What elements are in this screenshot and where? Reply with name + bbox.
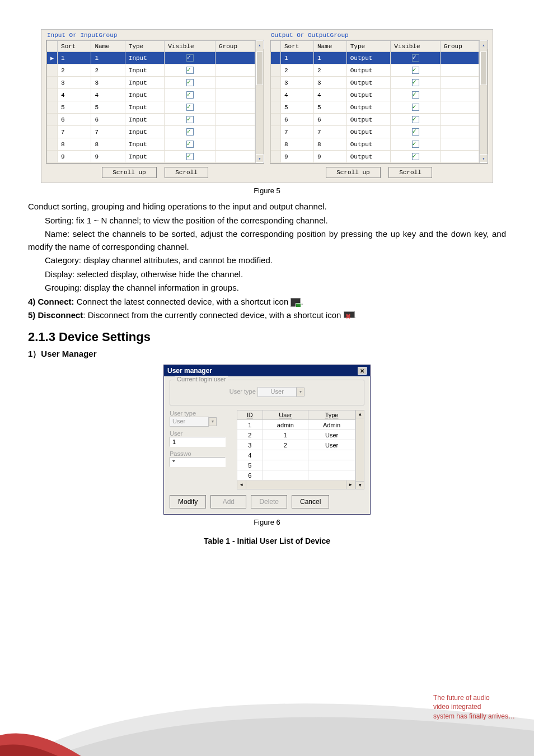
- cell-sort[interactable]: 8: [281, 138, 314, 151]
- cell-sort[interactable]: 2: [281, 64, 314, 77]
- row-indicator[interactable]: [47, 151, 58, 163]
- table-row[interactable]: 22Input: [47, 64, 255, 77]
- cell-user[interactable]: 1: [263, 430, 308, 440]
- col-visible[interactable]: Visible: [165, 41, 216, 52]
- scroll-right-arrow-icon[interactable]: ▸: [346, 480, 355, 489]
- row-indicator[interactable]: [271, 138, 281, 151]
- visible-checkbox[interactable]: [186, 54, 194, 62]
- cell-name[interactable]: 4: [313, 89, 346, 101]
- cell-id[interactable]: 1: [237, 420, 263, 430]
- table-row[interactable]: 77Input: [47, 126, 255, 138]
- cell-group[interactable]: [216, 89, 255, 101]
- output-scrollbar[interactable]: ▴ ▾: [479, 40, 488, 163]
- row-indicator[interactable]: ▶: [47, 52, 58, 64]
- visible-checkbox[interactable]: [412, 54, 419, 62]
- cell-user[interactable]: admin: [263, 420, 308, 430]
- visible-checkbox[interactable]: [412, 116, 419, 123]
- col-type-o[interactable]: Type: [346, 41, 391, 52]
- cell-id[interactable]: 5: [237, 460, 263, 470]
- row-indicator[interactable]: [271, 114, 281, 126]
- scroll-left-arrow-icon[interactable]: ◂: [237, 480, 246, 489]
- col-sort-o[interactable]: Sort: [281, 41, 314, 52]
- password-input[interactable]: *: [170, 457, 226, 467]
- cell-name[interactable]: 8: [313, 138, 346, 151]
- table-row[interactable]: 5: [237, 460, 355, 470]
- cell-sort[interactable]: 4: [281, 89, 314, 101]
- cell-user[interactable]: [263, 450, 308, 460]
- table-row[interactable]: 77Output: [271, 126, 479, 138]
- cell-group[interactable]: [440, 89, 479, 101]
- cell-visible[interactable]: [391, 101, 440, 114]
- cell-name[interactable]: 4: [91, 89, 125, 101]
- cell-type[interactable]: Output: [346, 126, 391, 138]
- cell-sort[interactable]: 7: [281, 126, 314, 138]
- col-sort[interactable]: Sort: [58, 41, 91, 52]
- cell-name[interactable]: 5: [91, 101, 125, 114]
- cell-group[interactable]: [440, 77, 479, 89]
- cell-sort[interactable]: 9: [281, 151, 314, 163]
- cell-user[interactable]: [263, 460, 308, 470]
- scroll-down-arrow-icon[interactable]: ▾: [480, 154, 488, 163]
- cell-type[interactable]: Output: [346, 77, 391, 89]
- visible-checkbox[interactable]: [186, 79, 194, 86]
- table-row[interactable]: 11Output: [271, 52, 479, 64]
- cell-sort[interactable]: 1: [281, 52, 314, 64]
- cell-visible[interactable]: [165, 114, 216, 126]
- row-indicator[interactable]: [271, 89, 281, 101]
- row-indicator[interactable]: [47, 64, 58, 77]
- cell-name[interactable]: 1: [313, 52, 346, 64]
- user-input[interactable]: 1: [170, 437, 226, 447]
- cell-type[interactable]: Admin: [308, 420, 355, 430]
- table-row[interactable]: 33Output: [271, 77, 479, 89]
- row-indicator[interactable]: [271, 101, 281, 114]
- cell-sort[interactable]: 3: [281, 77, 314, 89]
- cell-user[interactable]: 2: [263, 440, 308, 450]
- table-row[interactable]: 88Input: [47, 138, 255, 151]
- cell-name[interactable]: 2: [313, 64, 346, 77]
- cell-visible[interactable]: [391, 89, 440, 101]
- row-indicator[interactable]: [271, 52, 281, 64]
- cell-type[interactable]: Input: [125, 138, 165, 151]
- visible-checkbox[interactable]: [186, 116, 194, 123]
- cell-name[interactable]: 8: [91, 138, 125, 151]
- cell-name[interactable]: 7: [313, 126, 346, 138]
- cell-group[interactable]: [216, 138, 255, 151]
- cell-visible[interactable]: [391, 151, 440, 163]
- cell-name[interactable]: 3: [91, 77, 125, 89]
- grid-hscroll[interactable]: ◂ ▸: [237, 480, 355, 489]
- cell-sort[interactable]: 4: [58, 89, 91, 101]
- table-row[interactable]: 44Input: [47, 89, 255, 101]
- cell-type[interactable]: [308, 470, 355, 480]
- cell-sort[interactable]: 7: [58, 126, 91, 138]
- output-scroll-button[interactable]: Scroll: [388, 167, 432, 178]
- cell-name[interactable]: 9: [91, 151, 125, 163]
- cell-type[interactable]: [308, 460, 355, 470]
- cell-group[interactable]: [216, 151, 255, 163]
- grid-col-id[interactable]: ID: [237, 410, 263, 420]
- cell-id[interactable]: 4: [237, 450, 263, 460]
- cell-type[interactable]: Input: [125, 114, 165, 126]
- cell-group[interactable]: [440, 151, 479, 163]
- cancel-button[interactable]: Cancel: [292, 495, 329, 508]
- cell-sort[interactable]: 3: [58, 77, 91, 89]
- row-indicator[interactable]: [47, 114, 58, 126]
- table-row[interactable]: 1adminAdmin: [237, 420, 355, 430]
- cell-user[interactable]: [263, 470, 308, 480]
- col-type[interactable]: Type: [125, 41, 165, 52]
- visible-checkbox[interactable]: [412, 153, 419, 160]
- cell-visible[interactable]: [391, 114, 440, 126]
- grid-col-type[interactable]: Type: [308, 410, 355, 420]
- cell-visible[interactable]: [165, 151, 216, 163]
- visible-checkbox[interactable]: [186, 91, 194, 99]
- table-row[interactable]: 21User: [237, 430, 355, 440]
- input-scroll-up-button[interactable]: Scroll up: [102, 167, 156, 178]
- cell-id[interactable]: 6: [237, 470, 263, 480]
- cell-name[interactable]: 7: [91, 126, 125, 138]
- close-icon[interactable]: ✕: [358, 367, 367, 375]
- cell-id[interactable]: 3: [237, 440, 263, 450]
- scroll-up-arrow-icon[interactable]: ▴: [480, 40, 488, 49]
- cell-group[interactable]: [216, 114, 255, 126]
- cell-group[interactable]: [440, 138, 479, 151]
- visible-checkbox[interactable]: [186, 128, 194, 136]
- cell-sort[interactable]: 5: [58, 101, 91, 114]
